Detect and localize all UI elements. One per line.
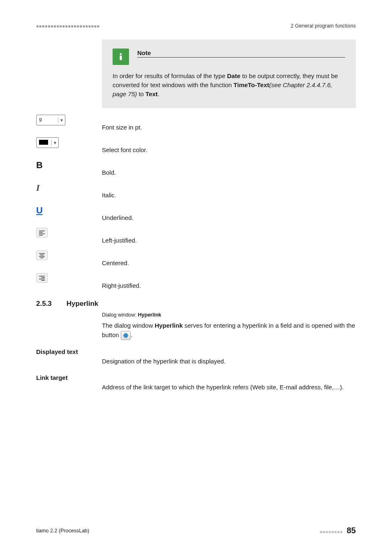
italic-icon[interactable]: I	[36, 183, 40, 193]
section-number: 2.5.3	[36, 300, 52, 308]
footer-product: tiamo 2.2 (ProcessLab)	[36, 528, 89, 534]
align-left-icon[interactable]	[36, 228, 48, 238]
dialog-caption: Dialog window: Hyperlink	[102, 312, 356, 318]
underline-icon[interactable]: U	[36, 205, 43, 215]
font-size-value: 9	[37, 117, 58, 123]
displayed-text-term: Displayed text	[36, 348, 356, 355]
font-color-select[interactable]: ▼	[36, 137, 59, 148]
info-icon	[113, 49, 129, 65]
font-color-description: Select font color.	[102, 136, 356, 153]
bold-description: Bold.	[102, 158, 356, 176]
align-center-icon[interactable]	[36, 250, 48, 260]
bold-icon[interactable]: B	[36, 160, 43, 170]
chevron-down-icon: ▼	[52, 141, 58, 145]
note-title: Note	[137, 49, 345, 58]
svg-rect-1	[120, 56, 122, 60]
note-callout: Note In order for results of formulas of…	[102, 39, 356, 108]
header-ornament-left: ■■■■■■■■■■■■■■■■■■■■■■	[36, 24, 100, 28]
displayed-text-description: Designation of the hyperlink that is dis…	[102, 357, 356, 366]
link-target-description: Address of the link target to which the …	[102, 383, 356, 392]
underline-description: Underlined.	[102, 204, 356, 221]
hyperlink-intro: The dialog window Hyperlink serves for e…	[102, 321, 356, 340]
align-left-description: Left-justified.	[102, 226, 356, 244]
header-chapter: 2 General program functions	[291, 23, 356, 29]
font-size-select[interactable]: 9 ▼	[36, 115, 65, 125]
italic-description: Italic.	[102, 181, 356, 199]
align-center-description: Centered.	[102, 249, 356, 266]
section-title: Hyperlink	[67, 300, 98, 308]
align-right-description: Right-justified.	[102, 271, 356, 289]
link-target-term: Link target	[36, 374, 356, 381]
align-right-icon[interactable]	[36, 273, 48, 283]
hyperlink-button-icon[interactable]	[121, 331, 131, 340]
chevron-down-icon: ▼	[58, 118, 65, 123]
page-footer: tiamo 2.2 (ProcessLab) ■■■■■■■■ 85	[36, 526, 356, 535]
font-size-description: Font size in pt.	[102, 113, 356, 131]
note-body: In order for results of formulas of the …	[113, 72, 345, 98]
svg-point-0	[120, 53, 122, 55]
page-number: 85	[347, 526, 356, 535]
page-header: ■■■■■■■■■■■■■■■■■■■■■■ 2 General program…	[36, 23, 356, 29]
section-heading: 2.5.3 Hyperlink	[36, 300, 356, 308]
font-color-swatch	[39, 140, 48, 145]
footer-ornament: ■■■■■■■■	[320, 530, 343, 534]
